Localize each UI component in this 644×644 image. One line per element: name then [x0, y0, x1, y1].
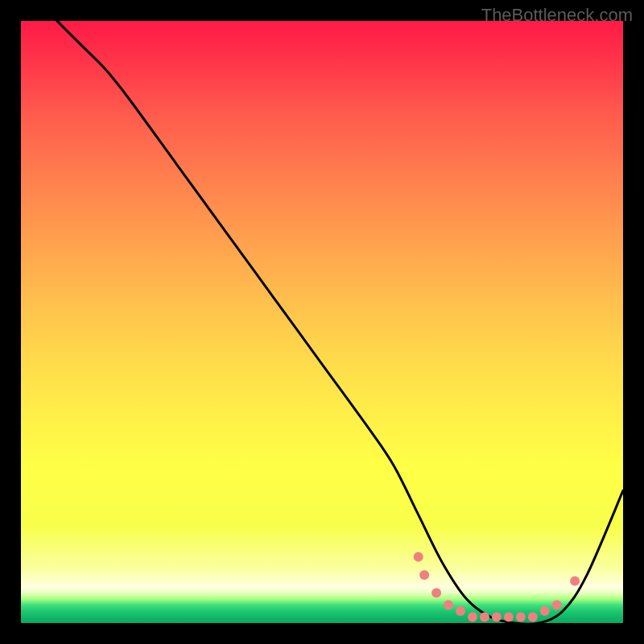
- chart-svg: [21, 21, 623, 623]
- curve-marker-dot: [456, 606, 465, 616]
- curve-marker-dot: [468, 613, 477, 622]
- chart-plot-area: [21, 21, 623, 623]
- curve-marker-dot: [419, 570, 429, 580]
- curve-marker-dot: [480, 613, 489, 622]
- curve-marker-dot: [540, 606, 550, 616]
- curve-marker-dot: [504, 613, 514, 622]
- curve-marker-dot: [414, 552, 423, 562]
- curve-marker-dot: [492, 613, 502, 622]
- curve-marker-dot: [431, 588, 441, 598]
- curve-marker-dot: [516, 613, 526, 622]
- curve-marker-dot: [528, 613, 538, 622]
- bottleneck-curve-line: [57, 21, 623, 623]
- bottleneck-curve-path: [57, 21, 623, 623]
- curve-marker-dot: [444, 601, 453, 610]
- curve-marker-dot: [552, 601, 562, 610]
- curve-marker-dot: [570, 576, 580, 586]
- curve-markers: [414, 552, 580, 622]
- watermark-text: TheBottleneck.com: [481, 5, 633, 26]
